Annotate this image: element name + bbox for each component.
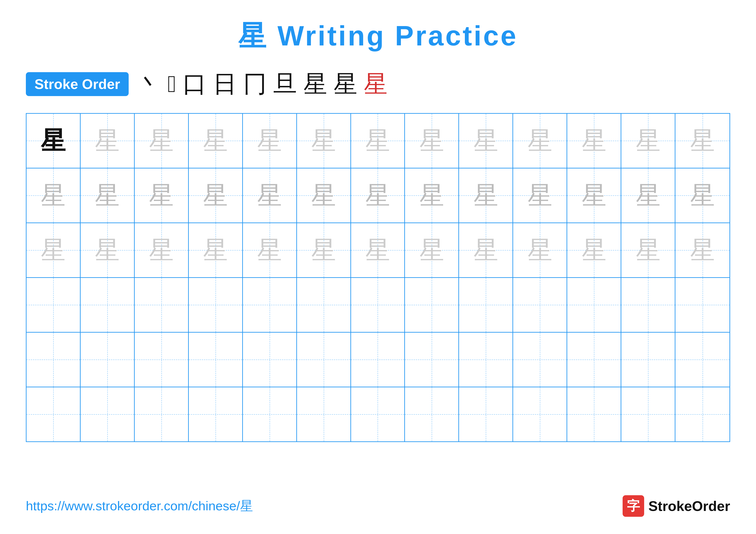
grid-cell-3-3[interactable]: 星 [135,223,189,277]
grid-cell-6-6[interactable] [297,387,351,441]
grid-cell-6-7[interactable] [351,387,405,441]
grid-cell-5-13[interactable] [675,333,729,387]
grid-cell-4-13[interactable] [675,278,729,332]
grid-cell-5-5[interactable] [243,333,297,387]
grid-cell-3-5[interactable]: 星 [243,223,297,277]
grid-cell-4-6[interactable] [297,278,351,332]
grid-cell-4-9[interactable] [459,278,513,332]
grid-cell-4-5[interactable] [243,278,297,332]
grid-cell-4-2[interactable] [81,278,135,332]
grid-cell-1-8[interactable]: 星 [405,114,459,168]
grid-cell-1-5[interactable]: 星 [243,114,297,168]
grid-cell-6-13[interactable] [675,387,729,441]
char-guide: 星 [41,183,66,208]
grid-cell-5-1[interactable] [27,333,81,387]
grid-cell-5-3[interactable] [135,333,189,387]
page: 星 Writing Practice Stroke Order 丶 𠃍 口 日 … [0,0,756,534]
grid-cell-3-11[interactable]: 星 [567,223,621,277]
grid-cell-3-10[interactable]: 星 [513,223,567,277]
footer-url[interactable]: https://www.strokeorder.com/chinese/星 [26,497,253,515]
char-guide: 星 [257,128,282,153]
grid-cell-3-9[interactable]: 星 [459,223,513,277]
grid-cell-1-11[interactable]: 星 [567,114,621,168]
grid-cell-2-11[interactable]: 星 [567,168,621,222]
grid-cell-2-4[interactable]: 星 [189,168,243,222]
grid-cell-5-9[interactable] [459,333,513,387]
grid-cell-6-10[interactable] [513,387,567,441]
grid-cell-3-4[interactable]: 星 [189,223,243,277]
grid-cell-6-9[interactable] [459,387,513,441]
grid-cell-1-7[interactable]: 星 [351,114,405,168]
grid-cell-6-11[interactable] [567,387,621,441]
grid-cell-3-1[interactable]: 星 [27,223,81,277]
footer: https://www.strokeorder.com/chinese/星 字 … [26,495,730,517]
char-guide: 星 [95,183,120,208]
grid-cell-1-2[interactable]: 星 [81,114,135,168]
grid-cell-2-3[interactable]: 星 [135,168,189,222]
char-guide: 星 [311,128,336,153]
grid-cell-5-6[interactable] [297,333,351,387]
grid-cell-6-4[interactable] [189,387,243,441]
grid-cell-1-13[interactable]: 星 [675,114,729,168]
grid-cell-4-11[interactable] [567,278,621,332]
grid-cell-2-6[interactable]: 星 [297,168,351,222]
grid-cell-2-1[interactable]: 星 [27,168,81,222]
char-guide: 星 [149,238,174,263]
grid-cell-6-3[interactable] [135,387,189,441]
grid-cell-1-4[interactable]: 星 [189,114,243,168]
char-guide: 星 [311,238,336,263]
grid-cell-5-10[interactable] [513,333,567,387]
grid-cell-2-2[interactable]: 星 [81,168,135,222]
logo-char: 字 [627,497,640,515]
grid-cell-4-1[interactable] [27,278,81,332]
grid-cell-4-7[interactable] [351,278,405,332]
grid-cell-2-13[interactable]: 星 [675,168,729,222]
grid-row-1: 星 星 星 星 星 星 星 星 星 星 星 星 星 [27,114,729,168]
grid-cell-2-10[interactable]: 星 [513,168,567,222]
char-guide: 星 [527,183,552,208]
grid-cell-1-10[interactable]: 星 [513,114,567,168]
stroke-1: 丶 [137,68,161,100]
grid-cell-6-8[interactable] [405,387,459,441]
grid-cell-5-2[interactable] [81,333,135,387]
grid-cell-6-2[interactable] [81,387,135,441]
grid-cell-5-12[interactable] [621,333,675,387]
grid-cell-5-11[interactable] [567,333,621,387]
char-guide: 星 [582,238,607,263]
char-guide: 星 [473,238,498,263]
char-guide: 星 [203,238,228,263]
grid-cell-4-8[interactable] [405,278,459,332]
stroke-3: 口 [183,68,206,100]
grid-cell-5-8[interactable] [405,333,459,387]
grid-cell-1-12[interactable]: 星 [621,114,675,168]
grid-cell-6-1[interactable] [27,387,81,441]
grid-cell-4-3[interactable] [135,278,189,332]
grid-cell-3-6[interactable]: 星 [297,223,351,277]
grid-cell-3-2[interactable]: 星 [81,223,135,277]
grid-cell-6-5[interactable] [243,387,297,441]
grid-cell-5-4[interactable] [189,333,243,387]
grid-cell-2-12[interactable]: 星 [621,168,675,222]
char-guide: 星 [203,128,228,153]
grid-cell-2-9[interactable]: 星 [459,168,513,222]
grid-cell-3-13[interactable]: 星 [675,223,729,277]
grid-cell-2-7[interactable]: 星 [351,168,405,222]
grid-cell-4-10[interactable] [513,278,567,332]
grid-cell-3-7[interactable]: 星 [351,223,405,277]
grid-cell-1-3[interactable]: 星 [135,114,189,168]
grid-cell-4-4[interactable] [189,278,243,332]
grid-cell-5-7[interactable] [351,333,405,387]
char-guide: 星 [636,128,661,153]
grid-cell-1-9[interactable]: 星 [459,114,513,168]
stroke-6: 旦 [273,68,297,100]
grid-cell-3-12[interactable]: 星 [621,223,675,277]
stroke-2: 𠃍 [168,70,176,98]
grid-cell-6-12[interactable] [621,387,675,441]
grid-cell-1-6[interactable]: 星 [297,114,351,168]
grid-cell-1-1[interactable]: 星 [27,114,81,168]
char-guide: 星 [419,238,444,263]
grid-cell-3-8[interactable]: 星 [405,223,459,277]
grid-cell-2-5[interactable]: 星 [243,168,297,222]
grid-cell-2-8[interactable]: 星 [405,168,459,222]
grid-cell-4-12[interactable] [621,278,675,332]
